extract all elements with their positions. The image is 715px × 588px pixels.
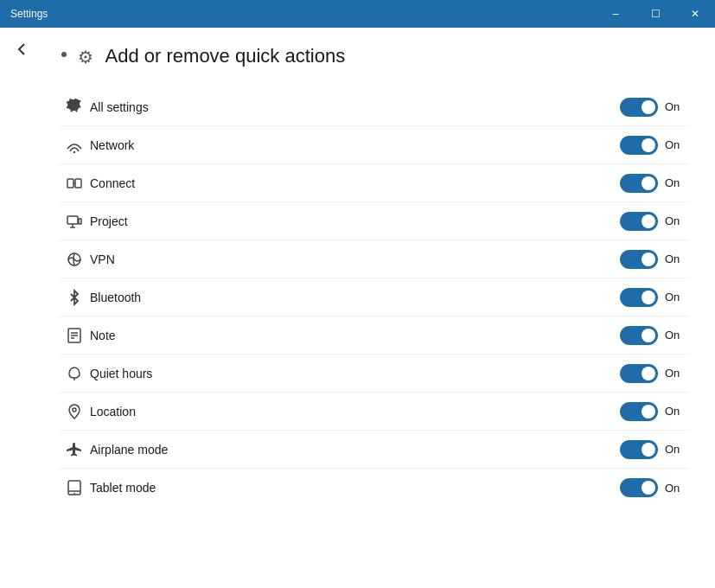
setting-item-vpn: VPN On [59,240,689,278]
toggle-project[interactable] [620,212,658,231]
setting-item-tablet-mode: Tablet mode On [59,469,689,507]
settings-list: All settings On Network On Connect [52,88,689,507]
setting-label-connect: Connect [90,176,620,190]
toggle-quiet-hours[interactable] [620,364,658,383]
main-content: ⚙ Add or remove quick actions All settin… [43,28,715,588]
svg-rect-2 [75,179,81,188]
toggle-area-all-settings: On [620,98,689,117]
toggle-thumb-location [642,405,655,419]
setting-label-quiet-hours: Quiet hours [90,367,620,380]
toggle-track-network [620,136,658,155]
svg-rect-14 [68,481,80,495]
network-icon [59,137,90,154]
toggle-track-project [620,212,658,231]
toggle-track-note [620,326,658,345]
toggle-airplane-mode[interactable] [620,440,658,459]
toggle-track-quiet-hours [620,364,658,383]
toggle-track-location [620,402,658,421]
close-button[interactable]: ✕ [675,0,715,28]
toggle-network[interactable] [620,136,658,155]
back-button[interactable] [0,28,43,71]
maximize-button[interactable]: ☐ [635,0,675,28]
page-header: ⚙ Add or remove quick actions [52,45,689,67]
back-icon [13,41,30,58]
connect-icon [59,175,90,192]
toggle-all-settings[interactable] [620,98,658,117]
titlebar-title: Settings [10,8,48,20]
setting-item-all-settings: All settings On [59,88,689,126]
toggle-thumb-all-settings [642,100,655,114]
airplane-icon [59,441,90,458]
toggle-location[interactable] [620,402,658,421]
minimize-button[interactable]: – [596,0,635,28]
setting-label-note: Note [90,329,620,342]
svg-rect-1 [67,179,73,188]
setting-label-all-settings: All settings [90,100,620,114]
titlebar-controls: – ☐ ✕ [596,0,715,28]
setting-item-location: Location On [59,393,689,431]
toggle-track-vpn [620,250,658,269]
toggle-thumb-quiet-hours [642,367,655,380]
page-title: Add or remove quick actions [105,45,346,67]
toggle-area-location: On [620,402,689,421]
setting-label-tablet-mode: Tablet mode [90,481,620,495]
toggle-area-network: On [620,136,689,155]
svg-rect-7 [79,219,81,224]
setting-item-connect: Connect On [59,164,689,202]
svg-point-13 [73,408,76,412]
toggle-thumb-note [642,329,655,342]
toggle-label-location: On [665,405,680,418]
setting-item-note: Note On [59,316,689,355]
quiet-icon [59,365,90,382]
svg-point-0 [73,150,75,152]
toggle-label-note: On [665,329,680,342]
setting-item-project: Project On [59,202,689,240]
setting-item-network: Network On [59,126,689,164]
toggle-label-network: On [665,138,680,151]
tablet-icon [59,479,90,496]
toggle-area-airplane-mode: On [620,440,689,459]
titlebar: Settings – ☐ ✕ [0,0,715,28]
setting-label-network: Network [90,138,620,152]
toggle-area-connect: On [620,174,689,193]
toggle-area-note: On [620,326,689,345]
setting-item-airplane-mode: Airplane mode On [59,431,689,469]
vpn-icon [59,251,90,268]
toggle-track-all-settings [620,98,658,117]
toggle-label-bluetooth: On [665,291,680,304]
project-icon [59,213,90,230]
toggle-label-quiet-hours: On [665,367,680,380]
toggle-bluetooth[interactable] [620,288,658,307]
toggle-track-tablet-mode [620,478,658,497]
setting-label-airplane-mode: Airplane mode [90,443,620,457]
setting-label-vpn: VPN [90,252,620,266]
toggle-label-connect: On [665,176,680,189]
setting-label-bluetooth: Bluetooth [90,291,620,304]
note-icon [59,327,90,344]
toggle-thumb-project [642,214,655,228]
toggle-label-vpn: On [665,252,680,265]
toggle-label-project: On [665,214,680,227]
toggle-area-vpn: On [620,250,689,269]
settings-window: Settings – ☐ ✕ ⚙ [0,0,715,588]
setting-item-quiet-hours: Quiet hours On [59,355,689,393]
toggle-thumb-network [642,138,655,152]
content-area: ⚙ Add or remove quick actions All settin… [0,28,715,588]
toggle-vpn[interactable] [620,250,658,269]
toggle-thumb-airplane-mode [642,443,655,457]
toggle-area-tablet-mode: On [620,478,689,497]
toggle-note[interactable] [620,326,658,345]
location-icon [59,403,90,420]
toggle-tablet-mode[interactable] [620,478,658,497]
toggle-label-tablet-mode: On [665,482,680,495]
toggle-area-bluetooth: On [620,288,689,307]
toggle-area-project: On [620,212,689,231]
toggle-track-connect [620,174,658,193]
settings-gear-icon [55,46,73,63]
toggle-label-all-settings: On [665,100,680,113]
toggle-connect[interactable] [620,174,658,193]
setting-item-bluetooth: Bluetooth On [59,278,689,316]
toggle-area-quiet-hours: On [620,364,689,383]
toggle-thumb-bluetooth [642,291,655,304]
page-header-icon: ⚙ [55,46,93,67]
